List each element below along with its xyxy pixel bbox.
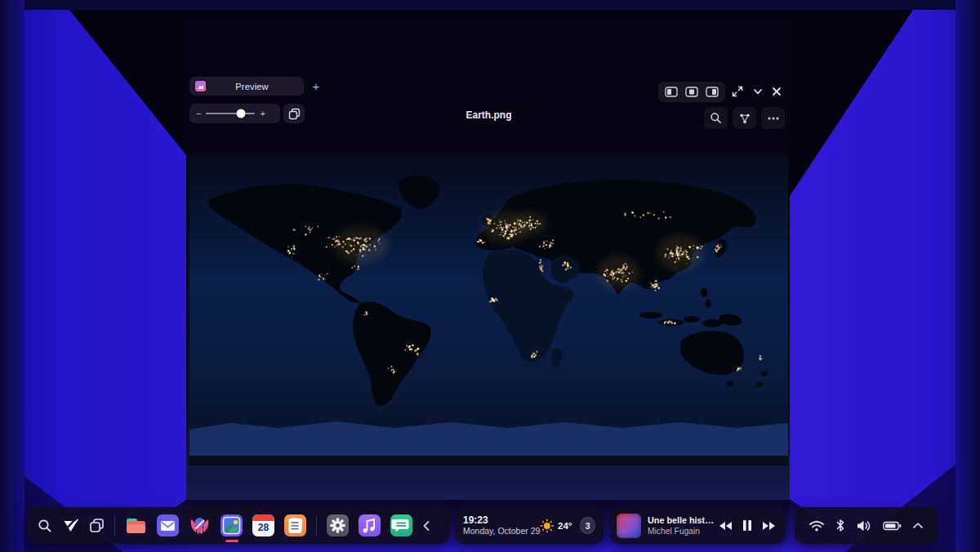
snap-left-icon: [665, 87, 678, 97]
window-collapse-button[interactable]: [750, 83, 766, 100]
share-button[interactable]: [733, 107, 756, 129]
volume-button[interactable]: [857, 519, 871, 532]
active-app-indicator: [225, 540, 238, 542]
dock-divider: [114, 516, 115, 536]
gear-icon: [327, 514, 349, 536]
close-button[interactable]: [768, 83, 785, 100]
sun-icon: [540, 518, 555, 534]
new-tab-button[interactable]: +: [309, 78, 323, 93]
file-title: Earth.png: [189, 109, 788, 121]
bluetooth-icon: [835, 519, 845, 532]
chevron-up-icon: [912, 522, 924, 529]
track-title: Une belle histoire: [648, 515, 714, 526]
album-art[interactable]: [617, 514, 641, 538]
clock-time: 19:23: [463, 514, 540, 526]
window-switcher-icon: [89, 518, 105, 533]
search-icon: [710, 112, 722, 124]
snap-center-icon: [685, 87, 698, 97]
dock-app-photos[interactable]: [220, 514, 243, 536]
window-snap-group: [658, 82, 725, 102]
snap-center-button[interactable]: [685, 87, 698, 97]
photos-icon: [220, 514, 243, 536]
snap-right-icon: [706, 87, 719, 97]
tab-title: Preview: [206, 82, 298, 91]
system-logo-icon: [62, 518, 79, 534]
preview-app-icon: [195, 81, 206, 91]
dock-collapse-button[interactable]: [422, 520, 430, 532]
search-button[interactable]: [704, 107, 728, 129]
dock-app-flower[interactable]: [189, 514, 211, 536]
folder-icon: [125, 514, 147, 536]
flower-icon: [189, 514, 211, 536]
earth-image[interactable]: [189, 155, 788, 465]
wifi-button[interactable]: [808, 519, 825, 532]
room-edge-top: [0, 0, 980, 10]
media-player-widget: Une belle histoire Michel Fugain: [610, 507, 786, 544]
chevron-left-icon: [422, 520, 430, 532]
track-artist: Michel Fugain: [648, 526, 714, 536]
mail-icon: [157, 514, 179, 536]
dock-search-button[interactable]: [38, 519, 52, 533]
notification-badge[interactable]: 3: [580, 517, 595, 534]
previous-track-button[interactable]: [719, 521, 733, 531]
preview-window-tab[interactable]: Preview: [189, 77, 304, 96]
ellipsis-icon: [767, 116, 780, 121]
room-edge-left: [0, 0, 24, 552]
wifi-icon: [808, 519, 825, 532]
more-options-button[interactable]: [761, 107, 785, 129]
clock-date: Monday, October 29: [463, 526, 540, 536]
dock-app-music[interactable]: [359, 514, 381, 536]
room-edge-right: [956, 0, 980, 552]
close-icon: [771, 86, 782, 97]
snap-right-button[interactable]: [706, 87, 719, 97]
share-nodes-icon: [738, 112, 751, 125]
clock-widget[interactable]: 19:23 Monday, October 29 24° 3: [455, 507, 604, 544]
tray-expand-button[interactable]: [912, 522, 924, 529]
pause-button[interactable]: [742, 519, 752, 532]
dock-app-mail[interactable]: [157, 514, 179, 536]
system-tray: [795, 507, 938, 544]
temperature: 24°: [558, 521, 572, 531]
pause-icon: [742, 519, 752, 532]
bluetooth-button[interactable]: [835, 519, 845, 532]
battery-icon: [883, 521, 902, 531]
next-track-button[interactable]: [762, 521, 776, 531]
battery-button[interactable]: [883, 521, 902, 531]
dock-app-calendar[interactable]: 28: [252, 514, 274, 536]
chat-bubble-icon: [390, 514, 412, 536]
dock-app-messages[interactable]: [390, 514, 412, 536]
calendar-day: 28: [252, 522, 274, 533]
window-switcher-button[interactable]: [89, 518, 105, 533]
dock-app-notes[interactable]: [284, 514, 306, 536]
maximize-button[interactable]: [729, 83, 746, 100]
rewind-icon: [719, 521, 733, 531]
chevron-down-icon: [752, 86, 764, 97]
notes-icon: [284, 514, 306, 536]
music-note-icon: [359, 514, 381, 536]
volume-icon: [857, 519, 871, 532]
dock-divider: [316, 516, 317, 536]
search-icon: [38, 519, 52, 533]
spatial-desktop: Preview + − +: [0, 0, 980, 552]
maximize-icon: [731, 85, 744, 98]
dock-app-files[interactable]: [125, 514, 147, 536]
snap-left-button[interactable]: [665, 87, 678, 97]
fast-forward-icon: [762, 521, 776, 531]
calendar-icon-header: [252, 514, 274, 521]
dock: 28: [27, 507, 450, 544]
dock-app-settings[interactable]: [327, 514, 349, 536]
system-logo-button[interactable]: [62, 518, 79, 534]
